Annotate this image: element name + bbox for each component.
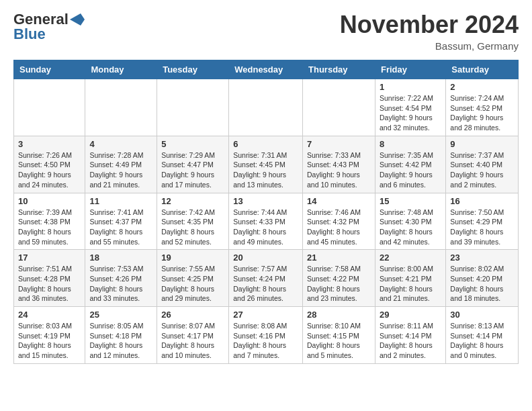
day-number: 13	[233, 196, 298, 206]
day-info: Sunrise: 7:37 AM Sunset: 4:40 PM Dayligh…	[450, 150, 514, 190]
month-title: November 2024	[340, 11, 519, 39]
day-info: Sunrise: 8:05 AM Sunset: 4:18 PM Dayligh…	[89, 321, 152, 361]
calendar-cell: 14Sunrise: 7:46 AM Sunset: 4:32 PM Dayli…	[303, 193, 375, 250]
day-info: Sunrise: 7:22 AM Sunset: 4:54 PM Dayligh…	[380, 93, 441, 133]
day-info: Sunrise: 7:57 AM Sunset: 4:24 PM Dayligh…	[233, 264, 298, 304]
day-info: Sunrise: 7:44 AM Sunset: 4:33 PM Dayligh…	[233, 208, 298, 247]
day-info: Sunrise: 7:29 AM Sunset: 4:47 PM Dayligh…	[161, 150, 224, 190]
header-sunday: Sunday	[14, 60, 85, 79]
day-info: Sunrise: 7:35 AM Sunset: 4:42 PM Dayligh…	[380, 150, 441, 190]
day-info: Sunrise: 8:10 AM Sunset: 4:15 PM Dayligh…	[307, 321, 371, 361]
day-number: 19	[161, 253, 224, 263]
calendar-cell: 18Sunrise: 7:53 AM Sunset: 4:26 PM Dayli…	[85, 250, 157, 307]
day-info: Sunrise: 7:33 AM Sunset: 4:43 PM Dayligh…	[307, 150, 371, 190]
day-number: 6	[233, 139, 298, 149]
day-info: Sunrise: 7:58 AM Sunset: 4:22 PM Dayligh…	[307, 264, 371, 304]
day-info: Sunrise: 7:53 AM Sunset: 4:26 PM Dayligh…	[89, 264, 152, 304]
header: General Blue November 2024 Bassum, Germa…	[13, 11, 519, 52]
location: Bassum, Germany	[340, 40, 519, 52]
title-area: November 2024 Bassum, Germany	[340, 11, 519, 52]
header-saturday: Saturday	[446, 60, 519, 79]
day-number: 28	[307, 310, 371, 320]
calendar-cell: 12Sunrise: 7:42 AM Sunset: 4:35 PM Dayli…	[157, 193, 229, 250]
logo-blue: Blue	[13, 26, 46, 43]
calendar-week-2: 10Sunrise: 7:39 AM Sunset: 4:38 PM Dayli…	[14, 193, 519, 250]
calendar-cell: 26Sunrise: 8:07 AM Sunset: 4:17 PM Dayli…	[157, 307, 229, 364]
day-info: Sunrise: 7:28 AM Sunset: 4:49 PM Dayligh…	[89, 150, 152, 190]
calendar-week-4: 24Sunrise: 8:03 AM Sunset: 4:19 PM Dayli…	[14, 307, 519, 364]
day-number: 25	[89, 310, 152, 320]
day-number: 4	[89, 139, 152, 149]
calendar-cell	[157, 79, 229, 136]
day-info: Sunrise: 7:51 AM Sunset: 4:28 PM Dayligh…	[18, 264, 81, 304]
calendar-cell: 1Sunrise: 7:22 AM Sunset: 4:54 PM Daylig…	[375, 79, 445, 136]
day-info: Sunrise: 7:42 AM Sunset: 4:35 PM Dayligh…	[161, 208, 224, 247]
day-number: 23	[450, 253, 514, 263]
calendar-cell: 5Sunrise: 7:29 AM Sunset: 4:47 PM Daylig…	[157, 136, 229, 193]
calendar-cell: 15Sunrise: 7:48 AM Sunset: 4:30 PM Dayli…	[375, 193, 445, 250]
header-thursday: Thursday	[303, 60, 375, 79]
day-info: Sunrise: 7:31 AM Sunset: 4:45 PM Dayligh…	[233, 150, 298, 190]
calendar-cell	[303, 79, 375, 136]
day-number: 18	[89, 253, 152, 263]
day-number: 1	[380, 82, 441, 92]
day-number: 11	[89, 196, 152, 206]
calendar-cell: 17Sunrise: 7:51 AM Sunset: 4:28 PM Dayli…	[14, 250, 85, 307]
day-number: 7	[307, 139, 371, 149]
calendar-cell: 9Sunrise: 7:37 AM Sunset: 4:40 PM Daylig…	[446, 136, 519, 193]
day-number: 26	[161, 310, 224, 320]
calendar-cell: 8Sunrise: 7:35 AM Sunset: 4:42 PM Daylig…	[375, 136, 445, 193]
calendar-week-0: 1Sunrise: 7:22 AM Sunset: 4:54 PM Daylig…	[14, 79, 519, 136]
calendar-week-1: 3Sunrise: 7:26 AM Sunset: 4:50 PM Daylig…	[14, 136, 519, 193]
calendar-cell: 4Sunrise: 7:28 AM Sunset: 4:49 PM Daylig…	[85, 136, 157, 193]
day-info: Sunrise: 8:11 AM Sunset: 4:14 PM Dayligh…	[380, 321, 441, 361]
day-number: 20	[233, 253, 298, 263]
calendar-cell: 10Sunrise: 7:39 AM Sunset: 4:38 PM Dayli…	[14, 193, 85, 250]
header-tuesday: Tuesday	[157, 60, 229, 79]
calendar-cell: 22Sunrise: 8:00 AM Sunset: 4:21 PM Dayli…	[375, 250, 445, 307]
day-number: 27	[233, 310, 298, 320]
day-number: 24	[18, 310, 81, 320]
calendar-cell: 21Sunrise: 7:58 AM Sunset: 4:22 PM Dayli…	[303, 250, 375, 307]
calendar-cell: 29Sunrise: 8:11 AM Sunset: 4:14 PM Dayli…	[375, 307, 445, 364]
header-monday: Monday	[85, 60, 157, 79]
calendar-cell: 11Sunrise: 7:41 AM Sunset: 4:37 PM Dayli…	[85, 193, 157, 250]
day-number: 3	[18, 139, 81, 149]
day-number: 15	[380, 196, 441, 206]
calendar-cell: 6Sunrise: 7:31 AM Sunset: 4:45 PM Daylig…	[229, 136, 303, 193]
calendar-cell: 30Sunrise: 8:13 AM Sunset: 4:14 PM Dayli…	[446, 307, 519, 364]
calendar-cell: 16Sunrise: 7:50 AM Sunset: 4:29 PM Dayli…	[446, 193, 519, 250]
calendar-cell: 28Sunrise: 8:10 AM Sunset: 4:15 PM Dayli…	[303, 307, 375, 364]
calendar-cell: 24Sunrise: 8:03 AM Sunset: 4:19 PM Dayli…	[14, 307, 85, 364]
day-info: Sunrise: 8:08 AM Sunset: 4:16 PM Dayligh…	[233, 321, 298, 361]
day-number: 10	[18, 196, 81, 206]
calendar-cell	[229, 79, 303, 136]
logo: General Blue	[13, 11, 85, 43]
calendar-cell: 2Sunrise: 7:24 AM Sunset: 4:52 PM Daylig…	[446, 79, 519, 136]
day-info: Sunrise: 8:02 AM Sunset: 4:20 PM Dayligh…	[450, 264, 514, 304]
day-number: 30	[450, 310, 514, 320]
weekday-header-row: Sunday Monday Tuesday Wednesday Thursday…	[14, 60, 519, 79]
calendar-cell: 20Sunrise: 7:57 AM Sunset: 4:24 PM Dayli…	[229, 250, 303, 307]
calendar-cell: 19Sunrise: 7:55 AM Sunset: 4:25 PM Dayli…	[157, 250, 229, 307]
day-number: 12	[161, 196, 224, 206]
day-info: Sunrise: 8:13 AM Sunset: 4:14 PM Dayligh…	[450, 321, 514, 361]
day-info: Sunrise: 7:26 AM Sunset: 4:50 PM Dayligh…	[18, 150, 81, 190]
calendar-cell: 7Sunrise: 7:33 AM Sunset: 4:43 PM Daylig…	[303, 136, 375, 193]
day-number: 2	[450, 82, 514, 92]
day-info: Sunrise: 7:50 AM Sunset: 4:29 PM Dayligh…	[450, 208, 514, 247]
day-info: Sunrise: 7:48 AM Sunset: 4:30 PM Dayligh…	[380, 208, 441, 247]
day-number: 16	[450, 196, 514, 206]
calendar-table: Sunday Monday Tuesday Wednesday Thursday…	[13, 60, 519, 364]
day-number: 14	[307, 196, 371, 206]
day-number: 17	[18, 253, 81, 263]
calendar-cell: 23Sunrise: 8:02 AM Sunset: 4:20 PM Dayli…	[446, 250, 519, 307]
calendar-cell: 27Sunrise: 8:08 AM Sunset: 4:16 PM Dayli…	[229, 307, 303, 364]
calendar-week-3: 17Sunrise: 7:51 AM Sunset: 4:28 PM Dayli…	[14, 250, 519, 307]
day-info: Sunrise: 7:24 AM Sunset: 4:52 PM Dayligh…	[450, 93, 514, 133]
calendar-body: 1Sunrise: 7:22 AM Sunset: 4:54 PM Daylig…	[14, 79, 519, 364]
day-info: Sunrise: 7:41 AM Sunset: 4:37 PM Dayligh…	[89, 208, 152, 247]
calendar-cell	[14, 79, 85, 136]
logo-bird-icon	[70, 13, 85, 26]
calendar-cell	[85, 79, 157, 136]
